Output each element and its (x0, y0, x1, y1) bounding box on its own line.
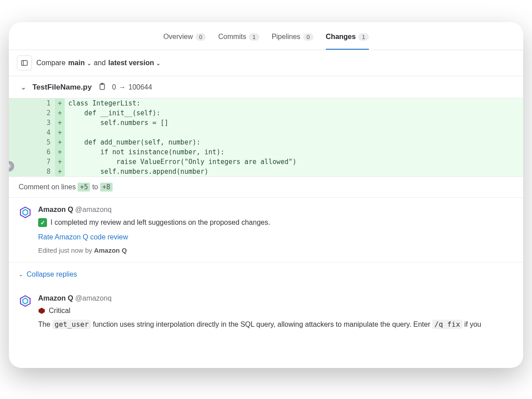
comment-author[interactable]: Amazon Q (38, 294, 73, 302)
rate-review-link[interactable]: Rate Amazon Q code review (38, 233, 513, 241)
issue-description: The get_user function uses string interp… (38, 319, 513, 330)
compare-and: and (94, 59, 106, 67)
diff-line[interactable]: 1+class IntegerList: (9, 98, 523, 108)
diff-sign: + (55, 128, 65, 137)
svg-marker-4 (20, 207, 30, 218)
chevron-down-icon: ⌄ (156, 60, 160, 66)
clipboard-icon (98, 82, 106, 90)
tab-label: Commits (218, 33, 246, 41)
compare-branch-dropdown[interactable]: main ⌄ (68, 59, 91, 67)
tab-overview[interactable]: Overview 0 (163, 33, 206, 50)
amazon-q-icon (20, 207, 31, 218)
file-name[interactable]: TestFileName.py (32, 83, 92, 92)
new-line-number: 7 (32, 157, 55, 167)
chevron-down-icon: ⌄ (87, 60, 91, 66)
diff-sign: + (55, 157, 65, 167)
tab-count-badge: 0 (196, 33, 206, 41)
code-token: /q fix (432, 320, 462, 329)
compare-label: Compare (36, 59, 66, 67)
check-icon: ✓ (38, 218, 47, 227)
tab-commits[interactable]: Commits 1 (218, 33, 259, 50)
svg-rect-0 (22, 61, 27, 66)
diff-line[interactable]: 2+ def __init__(self): (9, 108, 523, 118)
collapse-replies-toggle[interactable]: ⌄ Collapse replies (9, 262, 523, 286)
diff-code: self.numbers = [] (65, 118, 523, 128)
comment-handle[interactable]: @amazonq (75, 206, 112, 213)
diff-code: def add_number(self, number): (65, 137, 523, 147)
comment-author[interactable]: Amazon Q (38, 206, 73, 213)
diff-sign: + (55, 137, 65, 147)
svg-marker-6 (20, 296, 30, 306)
chevron-down-icon: ⌄ (19, 271, 23, 278)
code-token: get_user (52, 320, 91, 329)
diff-sign: + (55, 147, 65, 157)
svg-marker-7 (23, 298, 28, 304)
diff-line[interactable]: 8+ self.numbers.append(number) (9, 167, 523, 176)
panel-left-icon (21, 59, 28, 66)
old-line-number (9, 137, 32, 147)
new-line-number: 2 (32, 108, 55, 118)
review-message: I completed my review and left suggestio… (51, 219, 270, 227)
diff-code: self.numbers.append(number) (65, 167, 523, 176)
tabs-nav: Overview 0 Commits 1 Pipelines 0 Changes… (9, 22, 523, 50)
edited-note: Edited just now by Amazon Q (38, 246, 513, 254)
diff-sign: + (55, 98, 65, 108)
new-line-number: 3 (32, 118, 55, 128)
tab-count-badge: 0 (303, 33, 313, 41)
avatar[interactable] (19, 294, 32, 308)
tab-pipelines[interactable]: Pipelines 0 (272, 33, 313, 50)
line-range-to: +8 (100, 183, 113, 192)
critical-severity-icon (38, 307, 45, 314)
tab-count-badge: 1 (358, 33, 368, 41)
diff-code (65, 128, 523, 137)
tab-changes[interactable]: Changes 1 (326, 33, 369, 50)
svg-marker-8 (39, 308, 45, 314)
diff-code: raise ValueError("Only integers are allo… (65, 157, 523, 167)
old-line-number (9, 147, 32, 157)
new-line-number: 5 (32, 137, 55, 147)
diff-line[interactable]: 7+ raise ValueError("Only integers are a… (9, 157, 523, 167)
tab-label: Overview (163, 33, 193, 41)
comment-handle[interactable]: @amazonq (75, 294, 112, 302)
file-header: ⌄ TestFileName.py 0 → 100644 (9, 76, 523, 98)
file-tree-toggle[interactable] (17, 55, 32, 70)
diff-line[interactable]: 3+ self.numbers = [] (9, 118, 523, 128)
amazon-q-icon (20, 295, 31, 307)
chevron-down-icon[interactable]: ⌄ (20, 83, 26, 91)
diff-sign: + (55, 167, 65, 176)
tab-label: Pipelines (272, 33, 301, 41)
old-line-number (9, 108, 32, 118)
new-line-number: 6 (32, 147, 55, 157)
diff-line[interactable]: 4+ (9, 128, 523, 137)
diff-line[interactable]: 6+ if not isinstance(number, int): (9, 147, 523, 157)
diff-code: class IntegerList: (65, 98, 523, 108)
diff-sign: + (55, 118, 65, 128)
review-summary-comment: Amazon Q @amazonq ✓ I completed my revie… (9, 198, 523, 262)
new-line-number: 8 (32, 167, 55, 176)
diff-sign: + (55, 108, 65, 118)
diff-view: 1+class IntegerList:2+ def __init__(self… (9, 98, 523, 177)
file-mode-change: 0 → 100644 (112, 83, 152, 91)
issue-comment: Amazon Q @amazonq Critical The get_user … (9, 286, 523, 338)
diff-line[interactable]: 5+ def add_number(self, number): (9, 137, 523, 147)
compare-bar: Compare main ⌄ and latest version ⌄ (9, 50, 523, 76)
avatar[interactable] (19, 206, 32, 219)
diff-code: def __init__(self): (65, 108, 523, 118)
old-line-number (9, 98, 32, 108)
new-line-number: 1 (32, 98, 55, 108)
diff-code: if not isinstance(number, int): (65, 147, 523, 157)
new-line-number: 4 (32, 128, 55, 137)
compare-version-dropdown[interactable]: latest version ⌄ (108, 59, 160, 67)
old-line-number (9, 128, 32, 137)
copy-path-button[interactable] (98, 82, 106, 92)
svg-marker-5 (23, 210, 28, 215)
tab-label: Changes (326, 33, 356, 41)
tab-count-badge: 1 (249, 33, 259, 41)
line-range-from: +5 (78, 183, 90, 192)
comment-range-label: Comment on lines +5 to +8 (9, 177, 523, 198)
severity-label: Critical (49, 307, 70, 315)
old-line-number (9, 118, 32, 128)
